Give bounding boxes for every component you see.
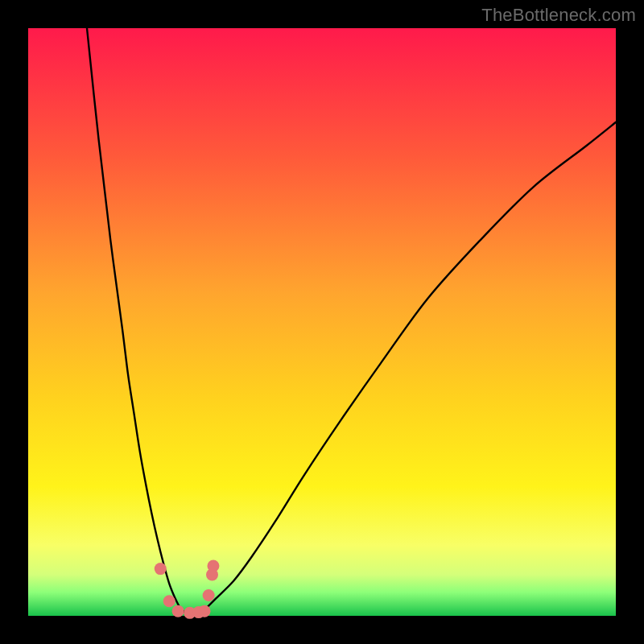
- scatter-dot: [155, 563, 167, 575]
- left-branch-curve: [87, 28, 181, 610]
- scatter-dot: [163, 595, 175, 607]
- scatter-dot: [199, 605, 211, 617]
- outer-frame: TheBottleneck.com: [0, 0, 644, 644]
- scatter-dot: [172, 605, 184, 617]
- plot-area: [28, 28, 616, 616]
- scatter-dot: [207, 559, 219, 572]
- scatter-dots: [155, 559, 220, 618]
- watermark-text: TheBottleneck.com: [481, 5, 636, 26]
- scatter-dot: [203, 589, 215, 601]
- curve-layer: [28, 28, 616, 616]
- right-branch-curve: [204, 122, 616, 610]
